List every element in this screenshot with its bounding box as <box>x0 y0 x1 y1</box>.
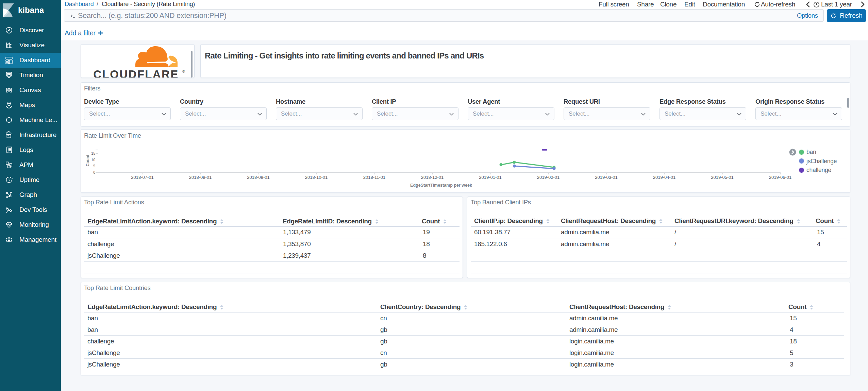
svg-text:CLOUDFLARE: CLOUDFLARE <box>93 68 179 78</box>
svg-text:®: ® <box>182 70 185 73</box>
